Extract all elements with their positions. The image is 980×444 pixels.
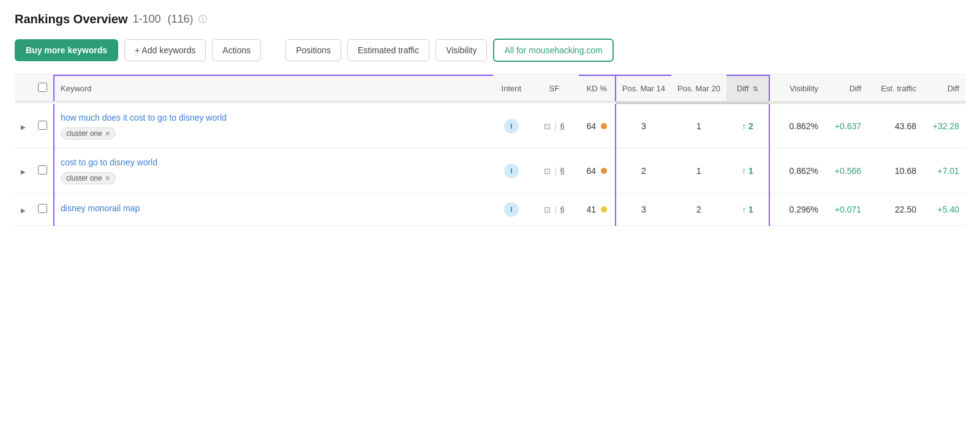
row3-sf-icon: ⊡ xyxy=(544,205,551,214)
select-all-checkbox[interactable] xyxy=(38,83,47,92)
toolbar: Buy more keywords + Add keywords Actions… xyxy=(15,39,965,62)
page-header: Rankings Overview 1-100 (116) ⓘ xyxy=(15,12,965,26)
row2-sf: ⊡ | 6 xyxy=(530,149,579,194)
row3-visibility: 0.296% xyxy=(769,194,824,226)
sort-icon: ⇅ xyxy=(753,85,758,93)
th-checkbox xyxy=(32,75,54,102)
row3-sf-num: 6 xyxy=(560,205,565,214)
row2-intent-badge: I xyxy=(504,164,519,178)
tab-positions[interactable]: Positions xyxy=(285,39,341,61)
row2-expand[interactable]: ▶ xyxy=(15,149,32,194)
row2-diff: ↑ 1 xyxy=(726,149,769,194)
row2-checkbox-cell xyxy=(32,149,54,194)
table-row: ▶ cost to go to disney world cluster one… xyxy=(15,149,965,194)
th-sf: SF xyxy=(530,75,579,102)
page-title: Rankings Overview xyxy=(15,12,128,26)
row2-est-traffic: 10.68 xyxy=(867,149,922,194)
row1-traffic-diff: +32.28 xyxy=(922,104,965,149)
row1-vis-diff: +0.637 xyxy=(824,104,867,149)
page-range: 1-100 (116) xyxy=(133,13,194,26)
row1-pos-mar20: 1 xyxy=(671,104,726,149)
row3-checkbox-cell xyxy=(32,194,54,226)
row1-expand[interactable]: ▶ xyxy=(15,104,32,149)
row2-keyword-link[interactable]: cost to go to disney world xyxy=(61,157,487,167)
table-row: ▶ disney monorail map I xyxy=(15,194,965,226)
row1-intent: I xyxy=(493,104,530,149)
row3-keyword-cell: disney monorail map xyxy=(54,194,493,226)
row2-checkbox[interactable] xyxy=(38,165,47,175)
rankings-table: Keyword Intent SF KD % Pos. Mar 14 Pos. … xyxy=(15,75,965,226)
row1-diff: ↑ 2 xyxy=(726,104,769,149)
row3-checkbox[interactable] xyxy=(38,204,47,213)
table-container: Keyword Intent SF KD % Pos. Mar 14 Pos. … xyxy=(15,75,965,226)
th-diff2: Diff xyxy=(824,75,867,102)
row2-kd-dot xyxy=(601,168,607,174)
row2-diff-value: ↑ 1 xyxy=(742,166,753,176)
row3-intent-badge: I xyxy=(504,202,519,217)
row2-cluster-remove[interactable]: ✕ xyxy=(105,175,110,182)
th-kd: KD % xyxy=(579,75,616,102)
row1-cluster-remove[interactable]: ✕ xyxy=(105,130,110,138)
row3-pos-mar20: 2 xyxy=(671,194,726,226)
row1-visibility: 0.862% xyxy=(769,104,824,149)
buy-keywords-button[interactable]: Buy more keywords xyxy=(15,39,118,61)
th-expand xyxy=(15,75,32,102)
th-diff3: Diff xyxy=(922,75,965,102)
table-row: ▶ how much does it cost to go to disney … xyxy=(15,104,965,149)
row1-checkbox-cell xyxy=(32,104,54,149)
add-keywords-button[interactable]: + Add keywords xyxy=(124,39,206,61)
info-icon[interactable]: ⓘ xyxy=(198,14,207,25)
chevron-right-icon: ▶ xyxy=(21,124,26,130)
row1-sf-num: 6 xyxy=(560,122,565,130)
row2-traffic-diff: +7.01 xyxy=(922,149,965,194)
row2-intent: I xyxy=(493,149,530,194)
tab-all-for[interactable]: All for mousehacking.com xyxy=(493,39,613,62)
row3-diff: ↑ 1 xyxy=(726,194,769,226)
row2-sf-num: 6 xyxy=(560,167,565,175)
row2-visibility: 0.862% xyxy=(769,149,824,194)
row1-keyword-link[interactable]: how much does it cost to go to disney wo… xyxy=(61,113,487,122)
row3-keyword-link[interactable]: disney monorail map xyxy=(61,203,487,213)
row1-est-traffic: 43.68 xyxy=(867,104,922,149)
row3-traffic-diff: +5.40 xyxy=(922,194,965,226)
row1-sf: ⊡ | 6 xyxy=(530,104,579,149)
row1-diff-value: ↑ 2 xyxy=(742,121,753,131)
actions-button[interactable]: Actions xyxy=(212,39,261,61)
row2-cluster-tag: cluster one ✕ xyxy=(61,172,116,184)
row3-est-traffic: 22.50 xyxy=(867,194,922,226)
row3-intent: I xyxy=(493,194,530,226)
row2-sf-icon: ⊡ xyxy=(544,167,551,176)
th-diff1[interactable]: Diff ⇅ xyxy=(726,75,769,102)
th-est-traffic: Est. traffic xyxy=(867,75,922,102)
chevron-right-icon: ▶ xyxy=(21,207,26,214)
row3-diff-value: ↑ 1 xyxy=(742,205,753,214)
row1-pos-mar14: 3 xyxy=(616,104,671,149)
row1-intent-badge: I xyxy=(504,119,519,134)
table-header-row: Keyword Intent SF KD % Pos. Mar 14 Pos. … xyxy=(15,75,965,102)
row2-pos-mar14: 2 xyxy=(616,149,671,194)
chevron-right-icon: ▶ xyxy=(21,168,26,175)
row3-vis-diff: +0.071 xyxy=(824,194,867,226)
row2-keyword-cell: cost to go to disney world cluster one ✕ xyxy=(54,149,493,194)
tab-estimated-traffic[interactable]: Estimated traffic xyxy=(347,39,429,61)
table-body: ▶ how much does it cost to go to disney … xyxy=(15,104,965,226)
row1-cluster-tag: cluster one ✕ xyxy=(61,127,116,140)
row1-keyword-cell: how much does it cost to go to disney wo… xyxy=(54,104,493,149)
th-intent: Intent xyxy=(493,75,530,102)
tab-visibility[interactable]: Visibility xyxy=(435,39,487,61)
row3-sf: ⊡ | 6 xyxy=(530,194,579,226)
th-visibility: Visibility xyxy=(769,75,824,102)
row3-kd-dot xyxy=(601,206,607,213)
row1-sf-icon: ⊡ xyxy=(544,122,551,131)
row2-kd: 64 xyxy=(579,149,616,194)
row3-kd: 41 xyxy=(579,194,616,226)
row1-checkbox[interactable] xyxy=(38,121,47,130)
row1-kd: 64 xyxy=(579,104,616,149)
table-wrapper: Keyword Intent SF KD % Pos. Mar 14 Pos. … xyxy=(15,75,965,226)
row2-vis-diff: +0.566 xyxy=(824,149,867,194)
row2-pos-mar20: 1 xyxy=(671,149,726,194)
row1-kd-dot xyxy=(601,123,607,129)
row3-expand[interactable]: ▶ xyxy=(15,194,32,226)
th-pos-mar14: Pos. Mar 14 xyxy=(616,75,671,102)
page-wrapper: Rankings Overview 1-100 (116) ⓘ Buy more… xyxy=(0,0,980,238)
